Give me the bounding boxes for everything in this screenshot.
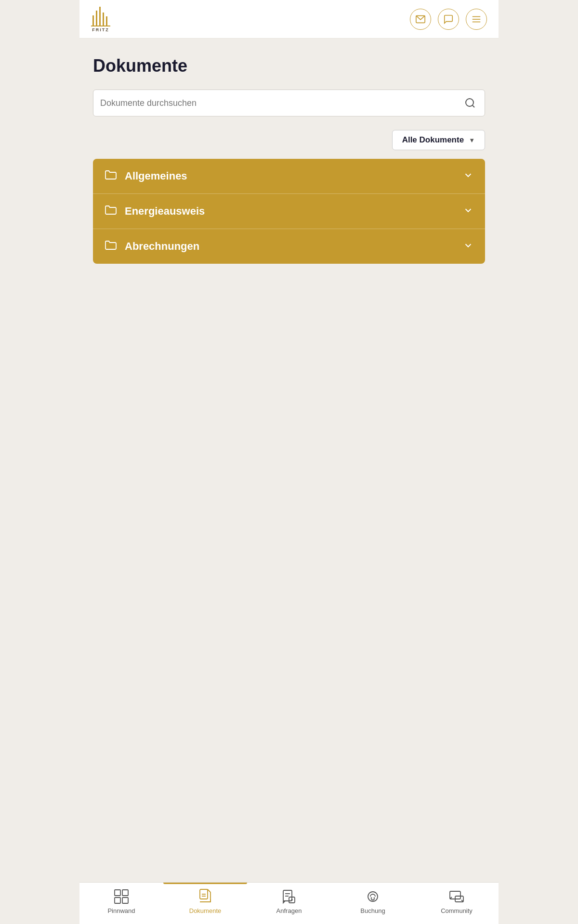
- header-actions: [410, 9, 487, 30]
- nav-item-anfragen[interactable]: Anfragen: [247, 888, 331, 914]
- chat-button[interactable]: [438, 9, 459, 30]
- pinnwand-icon: [113, 888, 130, 905]
- folder-icon: [105, 169, 117, 183]
- nav-active-indicator: [163, 883, 247, 884]
- folder-label-abrechnungen: Abrechnungen: [125, 240, 199, 253]
- email-button[interactable]: [410, 9, 431, 30]
- svg-rect-5: [91, 26, 110, 26]
- folder-icon: [105, 205, 117, 218]
- bottom-nav: Pinnwand Dokumente Anfragen: [79, 882, 499, 924]
- filter-row: Alle Dokumente ▼: [93, 130, 485, 150]
- folder-label-energieausweis: Energieausweis: [125, 205, 205, 218]
- nav-label-anfragen: Anfragen: [276, 907, 302, 914]
- folder-chevron-allgemeines: [463, 170, 473, 183]
- dokumente-icon: [197, 888, 213, 905]
- svg-line-11: [473, 105, 474, 107]
- nav-label-buchung: Buchung: [360, 907, 385, 914]
- filter-label: Alle Dokumente: [402, 135, 464, 145]
- nav-item-buchung[interactable]: Buchung: [331, 888, 415, 914]
- anfragen-icon: [281, 888, 297, 905]
- nav-label-community: Community: [441, 907, 473, 914]
- folder-list: Allgemeines Energieausweis: [93, 159, 485, 264]
- filter-dropdown[interactable]: Alle Dokumente ▼: [392, 130, 485, 150]
- nav-item-dokumente[interactable]: Dokumente: [163, 888, 247, 914]
- folder-icon: [105, 240, 117, 253]
- folder-item-abrechnungen[interactable]: Abrechnungen: [93, 229, 485, 264]
- app-header: FRITZ: [79, 0, 499, 38]
- svg-rect-12: [115, 890, 120, 896]
- nav-label-pinnwand: Pinnwand: [107, 907, 135, 914]
- svg-rect-2: [103, 13, 104, 26]
- folder-item-energieausweis[interactable]: Energieausweis: [93, 194, 485, 229]
- svg-rect-15: [122, 898, 128, 903]
- svg-rect-3: [92, 15, 94, 26]
- search-button[interactable]: [462, 95, 478, 111]
- folder-chevron-abrechnungen: [463, 240, 473, 253]
- main-content: Dokumente Alle Dokumente ▼ Allg: [79, 38, 499, 321]
- logo-text: FRITZ: [92, 27, 109, 32]
- svg-rect-1: [96, 11, 97, 26]
- page-title: Dokumente: [93, 56, 485, 76]
- search-bar: [93, 90, 485, 116]
- svg-rect-14: [115, 898, 120, 903]
- folder-chevron-energieausweis: [463, 205, 473, 218]
- svg-rect-19: [283, 890, 292, 901]
- community-icon: [448, 888, 465, 905]
- nav-item-community[interactable]: Community: [415, 888, 499, 914]
- svg-rect-4: [106, 16, 107, 26]
- folder-label-allgemeines: Allgemeines: [125, 170, 187, 182]
- logo-icon: [91, 6, 110, 27]
- nav-item-pinnwand[interactable]: Pinnwand: [79, 888, 163, 914]
- svg-point-26: [374, 898, 375, 899]
- svg-rect-0: [99, 7, 101, 26]
- menu-button[interactable]: [466, 9, 487, 30]
- svg-point-25: [371, 898, 372, 899]
- svg-point-10: [466, 99, 473, 106]
- logo: FRITZ: [91, 6, 110, 32]
- nav-label-dokumente: Dokumente: [189, 907, 221, 914]
- chevron-down-icon: ▼: [469, 137, 475, 144]
- search-input[interactable]: [100, 98, 462, 108]
- buchung-icon: [365, 888, 381, 905]
- svg-rect-13: [122, 890, 128, 896]
- folder-item-allgemeines[interactable]: Allgemeines: [93, 159, 485, 194]
